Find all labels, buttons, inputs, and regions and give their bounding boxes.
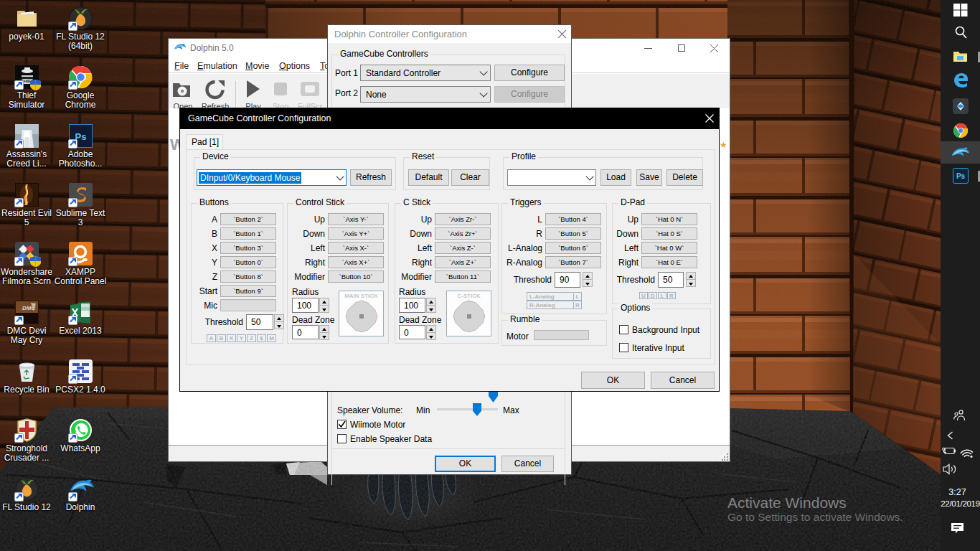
svg-text:Ps: Ps	[956, 172, 965, 180]
